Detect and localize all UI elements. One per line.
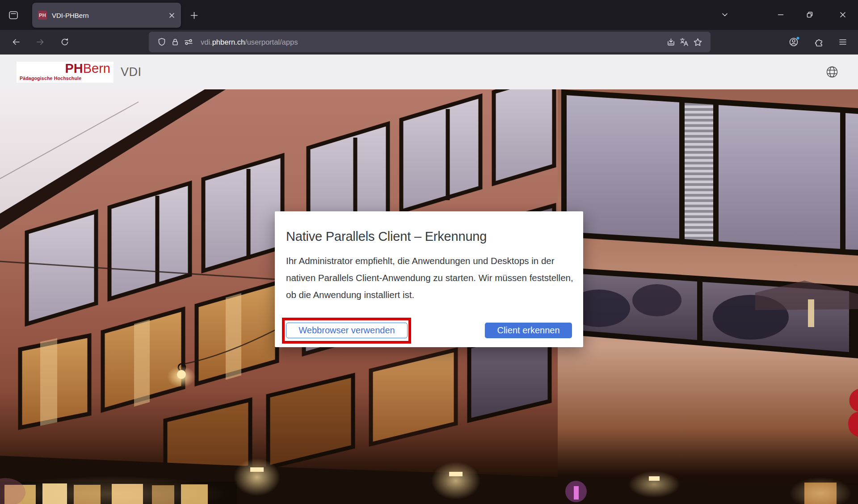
lock-icon[interactable] <box>168 35 182 49</box>
language-globe-icon[interactable] <box>825 65 839 79</box>
reload-button[interactable] <box>59 36 71 48</box>
client-detection-dialog: Native Parallels Client – Erkennung Ihr … <box>275 211 583 347</box>
list-all-tabs-button[interactable] <box>718 8 732 22</box>
translate-icon[interactable] <box>677 35 691 49</box>
detect-client-button[interactable]: Client erkennen <box>485 323 572 338</box>
tab-close-icon[interactable] <box>166 10 177 21</box>
site-header: PHBern Pädagogische Hochschule VDI <box>0 55 858 89</box>
permissions-icon[interactable] <box>182 35 195 49</box>
phbern-logo[interactable]: PHBern Pädagogische Hochschule <box>17 62 114 83</box>
menu-hamburger-icon[interactable] <box>837 36 849 48</box>
close-window-button[interactable] <box>836 8 850 22</box>
tab-title: VDI-PHBern <box>52 12 166 19</box>
tab-bar: PH VDI-PHBern <box>0 0 858 30</box>
navigation-toolbar: vdi.phbern.ch/userportal/apps <box>0 30 858 55</box>
bookmark-star-icon[interactable] <box>691 35 704 49</box>
account-icon[interactable] <box>788 36 800 48</box>
url-path: /userportal/apps <box>245 38 298 46</box>
right-facade: 8 <box>558 89 858 504</box>
building-number-sign: 8 <box>846 373 858 452</box>
site-favicon: PH <box>38 11 47 20</box>
lit-window-reflection <box>808 299 814 327</box>
extensions-puzzle-icon[interactable] <box>813 36 825 48</box>
url-domain: phbern.ch <box>212 38 245 46</box>
dialog-title: Native Parallels Client – Erkennung <box>286 229 487 244</box>
tab-vdi-phbern[interactable]: PH VDI-PHBern <box>32 3 181 28</box>
restore-window-button[interactable] <box>803 8 817 22</box>
save-page-icon[interactable] <box>664 35 677 49</box>
use-web-browser-button[interactable]: Webbrowser verwenden <box>286 323 408 338</box>
dialog-body-text: Ihr Administrator empfiehlt, die Anwendu… <box>286 252 581 303</box>
url-text[interactable]: vdi.phbern.ch/userportal/apps <box>201 38 664 46</box>
firefox-view-button[interactable] <box>7 9 20 21</box>
phbern-wordmark: PHBern <box>65 62 110 76</box>
phbern-tagline: Pädagogische Hochschule <box>20 76 81 81</box>
url-subdomain: vdi. <box>201 38 212 46</box>
browser-window: PH VDI-PHBern <box>0 0 858 504</box>
forward-button[interactable] <box>34 36 46 48</box>
tracking-protection-shield-icon[interactable] <box>155 35 168 49</box>
address-bar[interactable]: vdi.phbern.ch/userportal/apps <box>149 32 711 52</box>
page-title: VDI <box>121 65 142 79</box>
back-button[interactable] <box>10 36 22 48</box>
minimize-button[interactable] <box>774 8 788 22</box>
new-tab-button[interactable] <box>187 8 201 22</box>
